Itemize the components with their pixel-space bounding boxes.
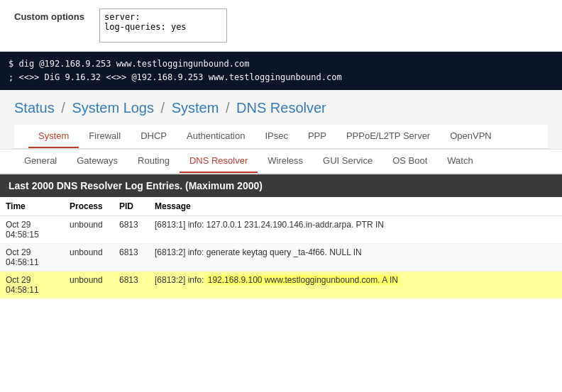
cell-time: Oct 29 04:58:11 [0, 271, 64, 299]
custom-options-label: Custom options [14, 9, 85, 22]
cell-message: [6813:2] info: 192.168.9.100 www.testlog… [149, 271, 562, 299]
col-header-time: Time [0, 197, 64, 216]
log-table: Time Process PID Message Oct 29 04:58:15… [0, 197, 562, 299]
table-header-row: Time Process PID Message [0, 197, 562, 216]
tab-openvpn[interactable]: OpenVPN [440, 125, 502, 149]
terminal-line-1: $ dig @192.168.9.253 www.testloggingunbo… [9, 57, 553, 71]
col-header-message: Message [149, 197, 562, 216]
col-header-process: Process [64, 197, 114, 216]
highlight-text: 192.168.9.100 www.testloggingunbound.com… [206, 275, 400, 285]
table-row: Oct 29 04:58:15 unbound 6813 [6813:1] in… [0, 216, 562, 244]
col-header-pid: PID [114, 197, 149, 216]
tab-row-2: General Gateways Routing DNS Resolver Wi… [0, 150, 562, 174]
custom-options-section: Custom options server: log-queries: yes [0, 0, 562, 52]
tab-dns-resolver[interactable]: DNS Resolver [180, 150, 258, 174]
tab-ppp[interactable]: PPP [298, 125, 336, 149]
table-row-highlight: Oct 29 04:58:11 unbound 6813 [6813:2] in… [0, 271, 562, 299]
custom-options-input[interactable]: server: log-queries: yes [99, 9, 227, 43]
breadcrumb-system[interactable]: System [172, 100, 219, 116]
tab-row-1: System Firewall DHCP Authentication IPse… [14, 125, 548, 149]
log-header: Last 2000 DNS Resolver Log Entries. (Max… [0, 174, 562, 197]
cell-process: unbound [64, 244, 114, 271]
sep-3: / [226, 100, 233, 116]
breadcrumb-status[interactable]: Status [14, 100, 55, 116]
cell-pid: 6813 [114, 216, 149, 244]
cell-pid: 6813 [114, 271, 149, 299]
tab-gateways[interactable]: Gateways [67, 150, 128, 174]
cell-pid: 6813 [114, 244, 149, 271]
tab-gui-service[interactable]: GUI Service [313, 150, 382, 174]
tab-authentication[interactable]: Authentication [177, 125, 255, 149]
log-section: Last 2000 DNS Resolver Log Entries. (Max… [0, 174, 562, 299]
table-row: Oct 29 04:58:11 unbound 6813 [6813:2] in… [0, 244, 562, 271]
tab-system[interactable]: System [28, 125, 79, 149]
sep-2: / [161, 100, 169, 116]
tab-firewall[interactable]: Firewall [79, 125, 131, 149]
tab-routing[interactable]: Routing [128, 150, 180, 174]
cell-process: unbound [64, 216, 114, 244]
cell-time: Oct 29 04:58:15 [0, 216, 64, 244]
tab-dhcp[interactable]: DHCP [131, 125, 177, 149]
tab-pppoe-l2tp[interactable]: PPPoE/L2TP Server [336, 125, 440, 149]
breadcrumb-bar: Status / System Logs / System / DNS Reso… [0, 90, 562, 150]
sep-1: / [61, 100, 69, 116]
cell-process: unbound [64, 271, 114, 299]
tab-os-boot[interactable]: OS Boot [382, 150, 437, 174]
tab-general[interactable]: General [14, 150, 67, 174]
breadcrumb-dns-resolver: DNS Resolver [236, 100, 326, 116]
breadcrumb: Status / System Logs / System / DNS Reso… [14, 100, 548, 116]
breadcrumb-system-logs[interactable]: System Logs [72, 100, 154, 116]
cell-message: [6813:2] info: generate keytag query _ta… [149, 244, 562, 271]
tab-ipsec[interactable]: IPsec [255, 125, 298, 149]
cell-message: [6813:1] info: 127.0.0.1 231.24.190.146.… [149, 216, 562, 244]
terminal-line-2: ; <<>> DiG 9.16.32 <<>> @192.168.9.253 w… [9, 71, 553, 84]
tab-wireless[interactable]: Wireless [258, 150, 313, 174]
tab-watch[interactable]: Watch [437, 150, 483, 174]
cell-time: Oct 29 04:58:11 [0, 244, 64, 271]
terminal-block: $ dig @192.168.9.253 www.testloggingunbo… [0, 52, 562, 90]
